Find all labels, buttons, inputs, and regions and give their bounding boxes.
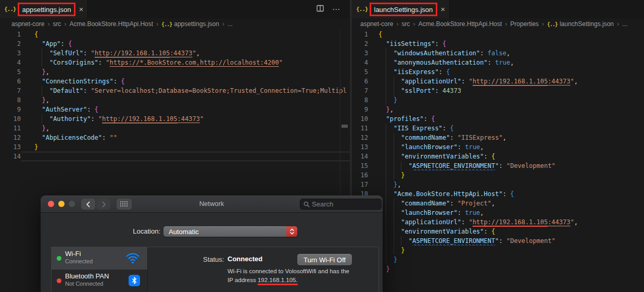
line-number: 1 [0, 30, 21, 39]
location-value: Automatic [163, 228, 286, 236]
line-number: 17 [352, 180, 368, 189]
window-titlebar[interactable]: Network Search [41, 196, 383, 213]
close-icon[interactable]: × [79, 5, 83, 14]
code-line: 9 "AuthServer": { [0, 105, 350, 114]
tab-label: launchSettings.json [374, 6, 433, 14]
search-placeholder: Search [312, 200, 333, 208]
line-number: 6 [0, 77, 21, 86]
service-detail-panel: Status: Connected Turn Wi-Fi Off Wi-Fi i… [148, 247, 378, 292]
service-row-wifi[interactable]: Wi-Fi Connected [52, 247, 147, 270]
service-row-bluetooth-pan[interactable]: Bluetooth PAN Not Connected [52, 270, 147, 292]
code-line: 20 "launchBrowser": true, [352, 208, 644, 217]
code-line: 2 "App": { [0, 39, 350, 48]
breadcrumb-item[interactable]: Acme.BookStore.HttpApi.Host [69, 20, 153, 28]
connection-description: Wi-Fi is connected to VolosoftWifi and h… [228, 267, 349, 285]
line-number: 2 [352, 39, 368, 48]
breadcrumb-separator: › [47, 20, 49, 28]
line-number: 5 [0, 67, 21, 77]
code-line: 23 "ASPNETCORE_ENVIRONMENT": "Developmen… [352, 236, 644, 246]
select-stepper-icon [286, 226, 297, 237]
code-line: 5 "iisExpress": { [352, 67, 644, 77]
breadcrumb-item[interactable]: launchSettings.json [560, 20, 614, 28]
code-line: 12 "commandName": "IISExpress", [352, 133, 644, 142]
code-line: 7 "sslPort": 44373 [352, 86, 644, 95]
close-icon[interactable]: × [440, 5, 445, 14]
tab-launchsettings[interactable]: {..} launchSettings.json × [352, 0, 450, 18]
ip-address: 192.168.1.105. [258, 277, 298, 285]
code-line: 8 } [352, 95, 644, 105]
code-line: 14 [0, 152, 350, 161]
line-number: 12 [352, 133, 368, 142]
search-icon [304, 201, 310, 208]
status-dot-red [57, 278, 61, 283]
code-line: 17 }, [352, 180, 644, 189]
breadcrumb-item[interactable]: aspnet-core [11, 20, 44, 28]
breadcrumb-item[interactable]: Properties [510, 20, 539, 28]
line-number: 15 [352, 161, 368, 171]
breadcrumb-separator: › [505, 20, 507, 28]
screen: {..} appsettings.json × ⋯ aspnet-core›sr… [0, 0, 644, 292]
turn-wifi-off-button[interactable]: Turn Wi-Fi Off [297, 254, 352, 265]
status-value: Connected [228, 255, 262, 263]
line-number: 5 [352, 67, 368, 77]
tab-appsettings[interactable]: {..} appsettings.json × [0, 0, 88, 18]
line-number: 2 [0, 39, 21, 48]
code-line: 1{ [0, 30, 350, 39]
json-file-icon: {..} [4, 6, 16, 13]
code-line: 18 "Acme.BookStore.HttpApi.Host": { [352, 189, 644, 199]
description-line2: IP address 192.168.1.105. [228, 276, 349, 285]
code-line: 13 "launchBrowser": true, [352, 142, 644, 152]
line-number: 4 [0, 58, 21, 67]
code-line: 2 "iisSettings": { [352, 39, 644, 48]
more-actions-icon[interactable]: ⋯ [332, 5, 340, 14]
code-line: 11 "IIS Express": { [352, 124, 644, 133]
code-line: 4 "anonymousAuthentication": true, [352, 58, 644, 67]
annotation-box: launchSettings.json [370, 3, 438, 16]
breadcrumb: aspnet-core›src›Acme.BookStore.HttpApi.H… [352, 18, 644, 30]
line-number: 3 [352, 48, 368, 58]
code-editor[interactable]: 1{2 "iisSettings": {3 "windowsAuthentica… [352, 30, 644, 274]
breadcrumb-item[interactable]: Acme.BookStore.HttpApi.Host [418, 20, 502, 28]
scrollbar-thumb[interactable] [342, 125, 348, 128]
code-line: 4 "CorsOrigins": "https://*.BookStore.co… [0, 58, 350, 67]
code-editor[interactable]: 1{2 "App": {3 "SelfUrl": "http://192.168… [0, 30, 350, 161]
code-line: 16 } [352, 171, 644, 180]
code-line: 10 "Authority": "http://192.168.1.105:44… [0, 114, 350, 124]
breadcrumb-separator: › [222, 20, 224, 28]
line-number: 10 [0, 114, 21, 124]
split-editor-icon[interactable] [317, 5, 324, 14]
breadcrumb-item[interactable]: appsettings.json [174, 20, 219, 28]
breadcrumb-item[interactable]: aspnet-core [360, 20, 393, 28]
breadcrumb-separator: › [156, 20, 158, 28]
breadcrumb-separator: › [617, 20, 619, 28]
search-input[interactable]: Search [300, 199, 382, 210]
breadcrumb-item[interactable]: ... [622, 20, 627, 28]
bluetooth-icon [129, 275, 140, 286]
code-line: 7 "Default": "Server=localhost;Database=… [0, 86, 350, 95]
line-number: 10 [352, 114, 368, 124]
network-content-box: Wi-Fi Connected Bluetooth PAN Not [51, 247, 379, 292]
editor-pane-right: {..} launchSettings.json × aspnet-core›s… [352, 0, 644, 292]
code-line: 26 } [352, 264, 644, 274]
code-line: 15 "ASPNETCORE_ENVIRONMENT": "Developmen… [352, 161, 644, 171]
breadcrumb-item[interactable]: src [401, 20, 410, 28]
code-line: 3 "SelfUrl": "http://192.168.1.105:44373… [0, 48, 350, 58]
line-number: 13 [352, 142, 368, 152]
code-line: 5 }, [0, 67, 350, 77]
ip-prefix: IP address [228, 277, 258, 283]
description-line1: Wi-Fi is connected to VolosoftWifi and h… [228, 267, 349, 276]
breadcrumb-item[interactable]: ... [228, 20, 233, 28]
breadcrumb-separator: › [413, 20, 415, 28]
editor-actions: ⋯ [317, 0, 340, 18]
code-line: 6 "applicationUrl": "http://192.168.1.10… [352, 77, 644, 86]
line-number: 13 [0, 142, 21, 152]
line-number: 8 [0, 95, 21, 105]
wifi-icon [125, 252, 140, 266]
breadcrumb-item[interactable]: src [53, 20, 61, 28]
location-label: Location: [124, 227, 160, 235]
status-dot-green [57, 256, 61, 261]
location-select[interactable]: Automatic [163, 226, 297, 237]
breadcrumb-separator: › [64, 20, 66, 28]
breadcrumb-separator: › [542, 20, 544, 28]
line-number: 3 [0, 48, 21, 58]
